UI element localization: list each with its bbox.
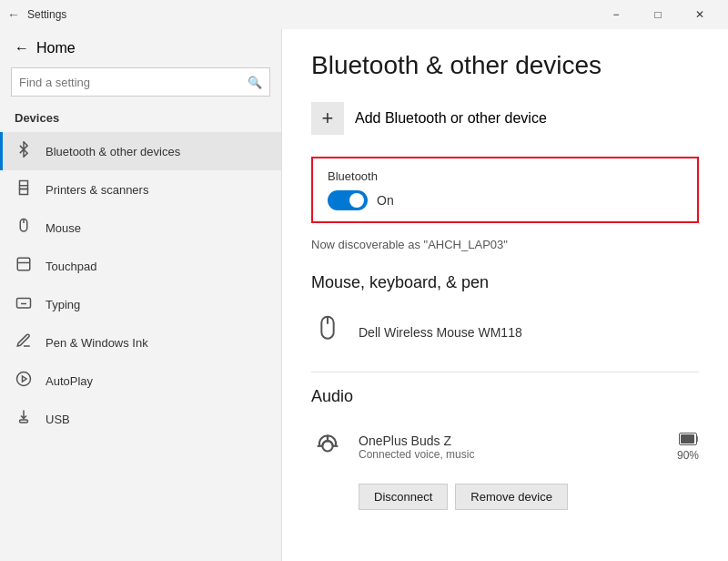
add-icon: + xyxy=(311,102,344,135)
svg-rect-0 xyxy=(20,189,28,195)
typing-icon xyxy=(15,294,33,314)
search-box[interactable]: 🔍 xyxy=(11,67,270,97)
sidebar-section-label: Devices xyxy=(0,107,281,132)
mouse-icon xyxy=(15,218,33,238)
window-controls: − □ ✕ xyxy=(595,0,721,29)
audio-section-heading: Audio xyxy=(311,387,699,406)
sidebar-item-printers[interactable]: Printers & scanners xyxy=(0,170,281,209)
back-arrow-icon: ← xyxy=(15,40,29,56)
svg-rect-1 xyxy=(20,186,28,189)
mouse-device-icon xyxy=(311,314,344,350)
usb-icon xyxy=(15,409,33,429)
close-button[interactable]: ✕ xyxy=(679,0,721,29)
svg-rect-5 xyxy=(17,258,30,270)
titlebar: ← Settings − □ ✕ xyxy=(0,0,728,29)
section-divider xyxy=(311,372,699,372)
sidebar-item-pen[interactable]: Pen & Windows Ink xyxy=(0,323,281,362)
sidebar-item-autoplay[interactable]: AutoPlay xyxy=(0,362,281,400)
sidebar-item-touchpad[interactable]: Touchpad xyxy=(0,247,281,285)
svg-point-13 xyxy=(17,372,31,386)
sidebar-item-usb[interactable]: USB xyxy=(0,400,281,438)
main-panel: Bluetooth & other devices + Add Bluetoot… xyxy=(282,29,728,561)
printers-icon xyxy=(15,179,33,199)
add-device-label: Add Bluetooth or other device xyxy=(355,110,547,127)
sidebar-item-label: Pen & Windows Ink xyxy=(46,336,148,350)
audio-device-status: Connected voice, music xyxy=(359,448,474,461)
audio-device-info: OnePlus Buds Z Connected voice, music xyxy=(359,434,474,461)
battery-icon xyxy=(679,433,699,449)
mouse-device-info: Dell Wireless Mouse WM118 xyxy=(359,325,522,340)
audio-device-name: OnePlus Buds Z xyxy=(359,434,474,448)
bluetooth-icon xyxy=(15,141,33,161)
svg-marker-14 xyxy=(23,376,27,382)
minimize-button[interactable]: − xyxy=(595,0,637,29)
add-device-button[interactable]: + Add Bluetooth or other device xyxy=(311,102,699,135)
sidebar-item-label: AutoPlay xyxy=(46,374,93,388)
bluetooth-toggle[interactable] xyxy=(328,190,368,210)
audio-device-item: OnePlus Buds Z Connected voice, music 90… xyxy=(311,421,699,473)
sidebar-item-typing[interactable]: Typing xyxy=(0,285,281,323)
window-title: Settings xyxy=(20,8,595,21)
bluetooth-label: Bluetooth xyxy=(328,169,682,183)
page-title: Bluetooth & other devices xyxy=(311,51,699,80)
mouse-device-name: Dell Wireless Mouse WM118 xyxy=(359,325,522,340)
mouse-section-heading: Mouse, keyboard, & pen xyxy=(311,273,699,292)
audio-device-icon xyxy=(311,428,344,465)
search-input[interactable] xyxy=(19,76,248,89)
maximize-button[interactable]: □ xyxy=(637,0,679,29)
sidebar-item-bluetooth[interactable]: Bluetooth & other devices xyxy=(0,132,281,170)
discoverable-text: Now discoverable as "AHCH_LAP03" xyxy=(311,238,699,251)
sidebar-item-label: Bluetooth & other devices xyxy=(46,145,180,158)
app-body: ← Home 🔍 Devices Bluetooth & other devic… xyxy=(0,29,728,561)
pen-icon xyxy=(15,332,33,352)
bluetooth-section: Bluetooth On xyxy=(311,157,699,223)
home-label: Home xyxy=(36,40,76,56)
touchpad-icon xyxy=(15,256,33,276)
sidebar-item-label: Typing xyxy=(46,298,80,311)
sidebar-item-label: Printers & scanners xyxy=(46,183,148,197)
back-icon: ← xyxy=(7,7,20,22)
search-icon: 🔍 xyxy=(248,76,262,89)
autoplay-icon xyxy=(15,371,33,391)
sidebar-item-label: USB xyxy=(46,413,70,426)
battery-percentage: 90% xyxy=(677,449,699,462)
toggle-track xyxy=(328,190,368,210)
sidebar-item-label: Touchpad xyxy=(46,260,96,273)
disconnect-button[interactable]: Disconnect xyxy=(359,484,448,510)
remove-device-button[interactable]: Remove device xyxy=(455,484,568,510)
plus-icon: + xyxy=(322,108,334,128)
mouse-device-item: Dell Wireless Mouse WM118 xyxy=(311,307,699,357)
sidebar: ← Home 🔍 Devices Bluetooth & other devic… xyxy=(0,29,282,561)
toggle-thumb xyxy=(349,193,364,208)
home-nav-item[interactable]: ← Home xyxy=(0,33,281,64)
battery-info: 90% xyxy=(677,433,699,462)
device-action-buttons: Disconnect Remove device xyxy=(311,484,699,510)
toggle-state-label: On xyxy=(377,193,394,208)
bluetooth-toggle-row: On xyxy=(328,190,682,210)
sidebar-item-label: Mouse xyxy=(46,221,81,235)
svg-rect-21 xyxy=(681,434,694,444)
sidebar-item-mouse[interactable]: Mouse xyxy=(0,209,281,247)
